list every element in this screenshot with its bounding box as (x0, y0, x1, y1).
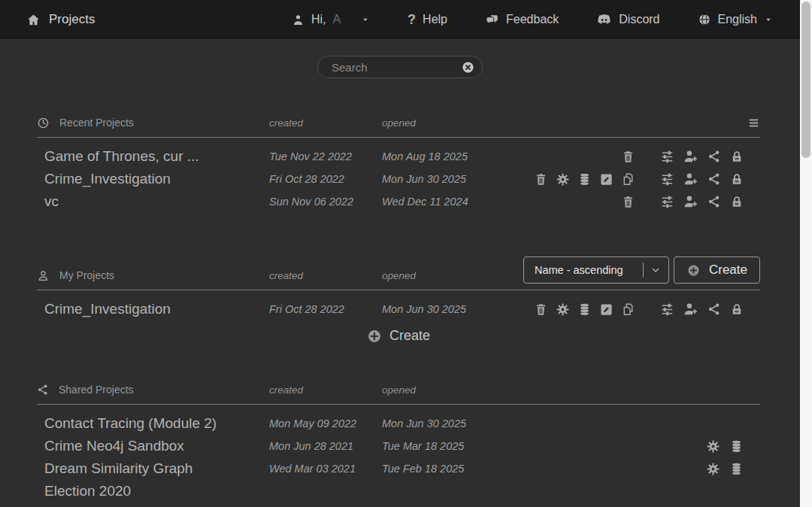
project-manage-icons (491, 172, 647, 187)
project-row: Game of Thrones, cur ...Tue Nov 22 2022M… (37, 145, 760, 168)
section-title: Shared Projects (59, 384, 134, 396)
project-opened-date: Mon Aug 18 2025 (382, 150, 491, 162)
nav-feedback[interactable]: Feedback (485, 13, 559, 27)
section-divider (37, 404, 760, 405)
project-opened-date: Tue Feb 18 2025 (382, 463, 491, 475)
share-icon[interactable] (707, 302, 721, 316)
project-name[interactable]: Game of Thrones, cur ... (37, 148, 269, 165)
user-outline-icon (37, 269, 50, 282)
project-row: Crime Neo4j SandboxMon Jun 28 2021Tue Ma… (37, 435, 760, 457)
project-opened-date: Mon Jun 30 2025 (382, 303, 491, 315)
globe-icon (698, 13, 711, 26)
edit-icon[interactable] (599, 302, 614, 317)
scrollbar-thumb[interactable] (801, 2, 810, 158)
column-created: created (269, 270, 382, 281)
database-icon[interactable] (729, 439, 744, 454)
project-created-date: Mon May 09 2022 (269, 417, 382, 430)
gear-icon[interactable] (706, 439, 720, 454)
language-menu[interactable]: English (698, 13, 773, 26)
nav-feedback-label: Feedback (506, 13, 559, 26)
database-icon[interactable] (577, 302, 592, 317)
nav-help[interactable]: ? Help (408, 13, 447, 26)
project-name[interactable]: Election 2020 (37, 483, 269, 499)
shared-projects-list: Contact Tracing (Module 2)Mon May 09 202… (37, 412, 760, 502)
sort-dropdown-value: Name - ascending (535, 264, 623, 276)
sort-dropdown[interactable]: Name - ascending (523, 257, 669, 284)
my-projects-header: My Projects created opened (37, 267, 523, 284)
project-name[interactable]: Crime_Investigation (37, 171, 269, 187)
recent-projects-section: Recent Projects created opened Game of T… (37, 114, 760, 213)
user-plus-icon[interactable] (683, 302, 698, 317)
sliders-icon[interactable] (660, 195, 674, 209)
trash-icon[interactable] (534, 172, 548, 187)
database-icon[interactable] (577, 172, 592, 187)
database-icon[interactable] (729, 462, 744, 476)
clock-icon (37, 117, 50, 129)
copy-icon[interactable] (621, 172, 635, 187)
gear-icon[interactable] (556, 302, 570, 317)
lock-icon[interactable] (730, 150, 744, 164)
create-project-link[interactable]: Create (37, 328, 760, 344)
copy-icon[interactable] (621, 302, 635, 317)
user-plus-icon[interactable] (683, 194, 698, 209)
nav-projects[interactable]: Projects (26, 12, 95, 27)
share-icon[interactable] (707, 195, 721, 208)
project-opened-date: Mon Jun 30 2025 (382, 417, 491, 430)
project-name[interactable]: Contact Tracing (Module 2) (37, 415, 269, 432)
create-project-button[interactable]: Create (674, 257, 760, 284)
trash-icon[interactable] (621, 195, 635, 209)
search-input[interactable] (330, 60, 461, 74)
project-name[interactable]: Dream Similarity Graph (37, 460, 269, 477)
section-title: Recent Projects (59, 117, 134, 129)
column-opened: opened (382, 270, 491, 281)
sliders-icon[interactable] (660, 150, 674, 164)
create-button-label: Create (709, 263, 747, 278)
user-menu[interactable]: Hi, A (292, 13, 370, 26)
recent-projects-header: Recent Projects created opened (37, 114, 760, 131)
nav-help-label: Help (423, 13, 447, 26)
clear-search-icon[interactable] (461, 60, 475, 74)
user-greeting-label: Hi, (311, 13, 326, 26)
lock-icon[interactable] (730, 302, 744, 317)
project-created-date: Mon Jun 28 2021 (269, 440, 382, 452)
language-label: English (718, 13, 757, 26)
project-name[interactable]: Crime Neo4j Sandbox (37, 438, 269, 454)
project-action-icons (647, 149, 760, 164)
sliders-icon[interactable] (660, 172, 674, 187)
chevron-down-icon (650, 265, 661, 275)
project-row: Contact Tracing (Module 2)Mon May 09 202… (37, 412, 760, 435)
recent-projects-list: Game of Thrones, cur ...Tue Nov 22 2022M… (37, 145, 760, 213)
my-projects-list: Crime_InvestigationFri Oct 28 2022Mon Ju… (37, 298, 760, 320)
trash-icon[interactable] (534, 302, 548, 317)
share-icon[interactable] (707, 150, 721, 163)
column-created: created (269, 384, 382, 396)
caret-down-icon (361, 15, 370, 24)
user-plus-icon[interactable] (683, 149, 698, 164)
project-manage-icons (491, 150, 647, 164)
lock-icon[interactable] (730, 172, 744, 187)
menu-icon[interactable] (747, 117, 760, 129)
gear-icon[interactable] (706, 462, 720, 476)
project-manage-icons (491, 302, 647, 317)
share-icon[interactable] (707, 172, 721, 186)
project-opened-date: Mon Jun 30 2025 (382, 173, 491, 185)
project-row: Election 2020 (37, 480, 760, 502)
nav-projects-label: Projects (49, 12, 95, 27)
lock-icon[interactable] (730, 195, 744, 209)
project-created-date: Fri Oct 28 2022 (269, 173, 382, 185)
user-name-label: A (332, 13, 341, 26)
trash-icon[interactable] (621, 150, 635, 164)
project-created-date: Tue Nov 22 2022 (269, 150, 382, 162)
my-projects-section: My Projects created opened Name - ascend… (37, 257, 760, 344)
gear-icon[interactable] (556, 172, 570, 187)
projects-content: Recent Projects created opened Game of T… (37, 114, 760, 502)
edit-icon[interactable] (599, 172, 614, 187)
sliders-icon[interactable] (660, 302, 674, 317)
project-name[interactable]: vc (37, 193, 269, 210)
project-row: Dream Similarity GraphWed Mar 03 2021Tue… (37, 457, 760, 480)
scrollbar-track[interactable] (800, 0, 812, 507)
user-plus-icon[interactable] (683, 172, 698, 187)
nav-discord[interactable]: Discord (596, 12, 659, 28)
section-divider (37, 290, 760, 290)
project-name[interactable]: Crime_Investigation (37, 301, 269, 317)
